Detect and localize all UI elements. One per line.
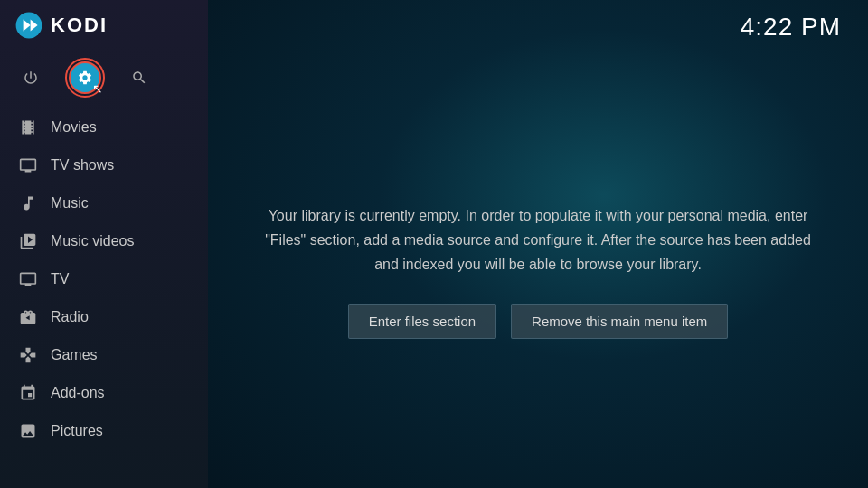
sidebar-item-music-videos[interactable]: Music videos: [0, 222, 208, 260]
music-videos-label: Music videos: [51, 233, 134, 249]
sidebar-item-movies[interactable]: Movies: [0, 108, 208, 146]
tv-shows-icon: [18, 155, 38, 175]
sidebar-item-pictures[interactable]: Pictures: [0, 412, 208, 450]
sidebar-item-tv[interactable]: TV: [0, 260, 208, 298]
settings-highlight: ↖: [65, 58, 105, 98]
cursor-indicator: ↖: [92, 81, 103, 96]
radio-label: Radio: [51, 309, 89, 325]
library-message: Your library is currently empty. In orde…: [262, 203, 814, 277]
add-ons-label: Add-ons: [51, 385, 105, 401]
pictures-icon: [18, 421, 38, 441]
content-area: Your library is currently empty. In orde…: [208, 54, 868, 488]
search-button[interactable]: [123, 61, 156, 94]
tv-label: TV: [51, 271, 69, 287]
music-videos-icon: [18, 231, 38, 251]
power-button[interactable]: [14, 61, 47, 94]
sidebar-item-games[interactable]: Games: [0, 336, 208, 374]
remove-menu-item-button[interactable]: Remove this main menu item: [511, 304, 728, 339]
settings-icon: [77, 70, 93, 86]
action-buttons: Enter files section Remove this main men…: [348, 304, 729, 339]
addons-icon: [18, 383, 38, 403]
top-bar: 4:22 PM: [208, 0, 868, 54]
search-icon: [131, 70, 147, 86]
main-content: 4:22 PM Your library is currently empty.…: [208, 0, 868, 488]
nav-menu: Movies TV shows Music Music videos: [0, 108, 208, 488]
app-title: KODI: [51, 14, 108, 37]
tv-channel-icon: [18, 269, 38, 289]
sidebar-item-add-ons[interactable]: Add-ons: [0, 374, 208, 412]
clock-display: 4:22 PM: [741, 13, 841, 42]
pictures-label: Pictures: [51, 423, 103, 439]
sidebar: KODI ↖: [0, 0, 208, 488]
enter-files-button[interactable]: Enter files section: [348, 304, 496, 339]
sidebar-header: KODI: [0, 0, 208, 51]
sidebar-icons: ↖: [0, 51, 208, 108]
kodi-logo-icon: [14, 11, 43, 40]
games-label: Games: [51, 347, 98, 363]
settings-button[interactable]: ↖: [69, 61, 101, 94]
games-icon: [18, 345, 38, 365]
power-icon: [23, 70, 39, 86]
movies-label: Movies: [51, 119, 97, 136]
music-icon: [18, 193, 38, 213]
sidebar-item-tv-shows[interactable]: TV shows: [0, 146, 208, 184]
tv-shows-label: TV shows: [51, 157, 114, 174]
sidebar-item-radio[interactable]: Radio: [0, 298, 208, 336]
music-label: Music: [51, 195, 89, 211]
radio-icon: [18, 307, 38, 327]
sidebar-item-music[interactable]: Music: [0, 184, 208, 222]
movies-icon: [18, 117, 38, 137]
